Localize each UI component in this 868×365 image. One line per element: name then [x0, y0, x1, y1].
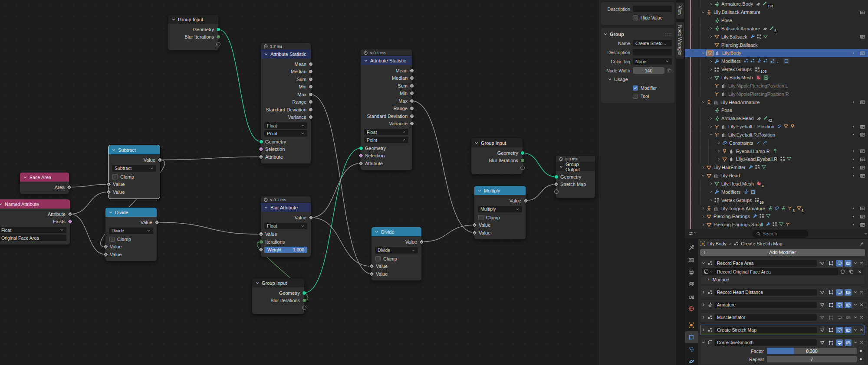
edit-mode-display-toggle[interactable]	[819, 327, 825, 333]
collapse-icon[interactable]	[375, 230, 379, 234]
node-group-name[interactable]: Record Original Face Area	[715, 268, 838, 275]
collapse-icon[interactable]	[108, 210, 113, 215]
render-display-toggle[interactable]	[845, 302, 852, 308]
modifier-panel-correctivesmooth[interactable]: CorrectiveSmooth::::Factor0.300Repeat7	[700, 337, 865, 365]
node-slider-weight[interactable]: Weight1.000	[264, 247, 307, 253]
node-group-input-1[interactable]: Group InputGeometryBlur Iterations	[168, 14, 219, 51]
extras-chevron-icon[interactable]	[853, 303, 858, 307]
collapse-icon[interactable]	[364, 59, 368, 63]
eye-icon[interactable]	[851, 148, 856, 154]
outliner-row-modifiers[interactable]: Modifiers	[685, 188, 868, 196]
node-blur-attr[interactable]: < 0.1 msBlur AttributeValueFloatValueIte…	[260, 196, 311, 257]
breadcrumb-object[interactable]: Lily.Body	[707, 241, 727, 246]
socket-attribute[interactable]	[67, 211, 73, 217]
camera-icon[interactable]	[860, 34, 865, 39]
slider-factor[interactable]: 0.300	[767, 348, 857, 354]
subpanel-manage[interactable]: Manage	[702, 276, 863, 283]
node-dropdown-op[interactable]: Divide	[109, 228, 153, 234]
camera-icon[interactable]	[860, 165, 865, 170]
pin-icon[interactable]	[859, 241, 864, 246]
node-checkbox-clamp[interactable]: Clamp	[108, 173, 160, 181]
socket-iterations[interactable]	[302, 298, 306, 303]
socket-max[interactable]	[309, 92, 313, 97]
expander-icon[interactable]	[708, 2, 714, 6]
outliner[interactable]: Armature.Body191Lily.Ballsack.ArmaturePo…	[685, 0, 868, 229]
realtime-display-toggle[interactable]	[836, 327, 843, 333]
node-dropdown-dd2[interactable]: Point	[364, 137, 408, 143]
node-dropdown-op[interactable]: Divide	[375, 247, 418, 254]
edit-mode-toggle[interactable]	[827, 302, 834, 308]
collapse-icon[interactable]	[264, 205, 268, 210]
node-multiply[interactable]: MultiplyValueMultiplyClampValueValue	[474, 186, 526, 240]
properties-tab-particles[interactable]	[685, 343, 698, 355]
group-field[interactable]: Create Stretc...	[633, 40, 672, 46]
expander-icon[interactable]	[708, 35, 714, 39]
outliner-row-pose[interactable]: Pose	[685, 106, 868, 114]
decorator-dot[interactable]	[860, 358, 862, 360]
outliner-row-lily-body[interactable]: Lily.Body	[685, 49, 868, 57]
node-header[interactable]: Face Area	[20, 173, 69, 182]
eye-icon[interactable]	[851, 99, 856, 105]
extras-chevron-icon[interactable]	[853, 340, 858, 345]
collapse-icon[interactable]	[477, 189, 482, 193]
properties-tab-tool[interactable]	[685, 242, 698, 254]
socket-value_in1[interactable]	[103, 244, 108, 250]
node-group-field[interactable]: Record Original Face Area	[702, 268, 864, 275]
expand-icon[interactable]	[701, 328, 706, 332]
socket-range[interactable]	[410, 106, 414, 111]
socket-ext[interactable]	[216, 42, 220, 46]
socket-geometry[interactable]	[554, 175, 559, 179]
modifier-name-field[interactable]: Create Stretch Map	[714, 327, 817, 333]
socket-selection[interactable]	[358, 153, 364, 159]
socket-attribute[interactable]	[258, 154, 264, 160]
outliner-row-pose[interactable]: Pose	[685, 16, 868, 25]
geometry-node-editor[interactable]: Group InputGeometryBlur Iterations3.7 ms…	[0, 0, 685, 365]
expander-icon[interactable]	[700, 100, 706, 104]
node-group-input-3[interactable]: Group InputGeometryBlur Iterations	[252, 278, 305, 314]
socket-mean[interactable]	[410, 68, 414, 73]
socket-value_in2[interactable]	[472, 230, 477, 235]
outliner-row-lily-eyeball-r-position[interactable]: Lily.Eyeball.R.Position	[685, 131, 868, 139]
outliner-row-lily-nipplepiercingposition-r[interactable]: Lily.NipplePiercingPosition.R	[685, 90, 868, 98]
socket-value_in1[interactable]	[472, 222, 477, 228]
properties-tab-modifier[interactable]	[685, 331, 698, 343]
outliner-row-eyeball-lamp-r[interactable]: Eyeball.Lamp.R	[685, 147, 868, 155]
outliner-row-vertex-groups[interactable]: Vertex Groups59	[685, 196, 868, 204]
node-header[interactable]: Multiply	[474, 186, 526, 195]
socket-attribute[interactable]	[358, 160, 364, 166]
edit-mode-toggle[interactable]	[827, 260, 834, 267]
socket-weight[interactable]	[258, 247, 264, 253]
edit-mode-display-toggle[interactable]	[819, 260, 825, 267]
expand-icon[interactable]	[701, 290, 706, 294]
socket-min[interactable]	[410, 91, 414, 95]
delete-modifier-icon[interactable]	[859, 303, 864, 307]
node-dropdown-type[interactable]: Float	[264, 223, 307, 229]
socket-value_in1[interactable]	[369, 264, 375, 269]
extras-chevron-icon[interactable]	[853, 315, 858, 319]
collapse-icon[interactable]	[112, 148, 116, 152]
search-input[interactable]: Search	[753, 230, 808, 238]
outliner-row-lily-head[interactable]: Lily.Head	[685, 172, 868, 180]
node-dropdown-op[interactable]: Multiply	[478, 206, 522, 212]
node-subtract[interactable]: SubtractValueSubtractClampValueValue	[108, 145, 160, 199]
outliner-row-lily-hairemitter[interactable]: Lily.HairEmitter	[685, 163, 868, 172]
realtime-display-toggle[interactable]	[836, 260, 843, 267]
socket-median[interactable]	[309, 69, 313, 74]
camera-icon[interactable]	[860, 148, 865, 154]
render-display-toggle[interactable]	[845, 260, 852, 267]
node-named-attr[interactable]: Named AttributeAttributeExistsFloatOrigi…	[0, 199, 70, 245]
render-display-toggle[interactable]	[845, 327, 852, 333]
camera-icon[interactable]	[860, 124, 865, 130]
edit-mode-toggle[interactable]	[827, 327, 834, 333]
expander-icon[interactable]	[708, 117, 714, 121]
node-header[interactable]: Attribute Statistic	[261, 49, 311, 59]
render-display-toggle[interactable]	[845, 289, 852, 296]
modifier-panel-record-face-area[interactable]: Record Face Area::::Record Original Face…	[700, 258, 865, 285]
properties-tab-render[interactable]	[685, 254, 698, 266]
socket-geometry[interactable]	[359, 146, 363, 150]
expand-icon[interactable]	[707, 277, 710, 281]
eye-icon[interactable]	[851, 214, 856, 219]
eyeclosed-icon[interactable]	[851, 34, 856, 39]
node-header[interactable]: Group Output	[556, 162, 595, 171]
socket-ext[interactable]	[554, 189, 559, 194]
